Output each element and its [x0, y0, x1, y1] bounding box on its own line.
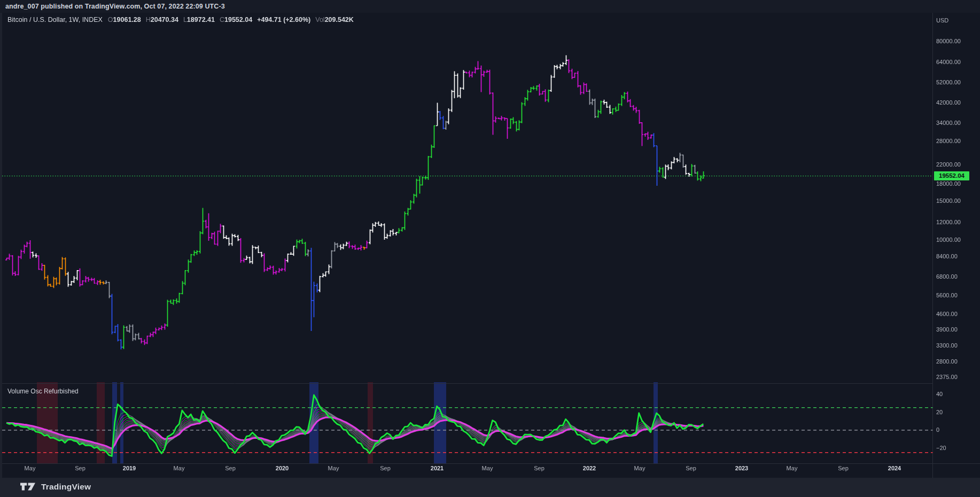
tradingview-logo-icon: [20, 482, 36, 492]
tradingview-brand[interactable]: TradingView: [20, 482, 91, 492]
publish-header: andre_007 published on TradingView.com, …: [0, 0, 980, 13]
footer-bar: TradingView: [0, 478, 980, 497]
publish-info-text: andre_007 published on TradingView.com, …: [5, 3, 225, 10]
price-chart-canvas[interactable]: [0, 0, 980, 497]
published-chart-page: andre_007 published on TradingView.com, …: [0, 0, 980, 497]
tradingview-brand-label: TradingView: [41, 482, 91, 492]
